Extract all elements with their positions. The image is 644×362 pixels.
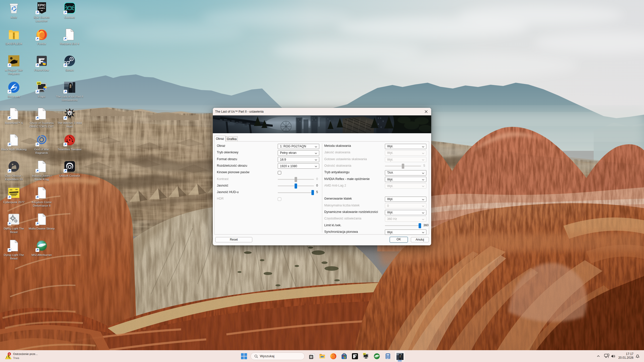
svg-text:EPIC: EPIC (38, 3, 46, 7)
svg-text:99: 99 (37, 82, 40, 85)
svg-text:1: 1 (9, 353, 10, 355)
svg-text:GAMES: GAMES (38, 7, 45, 9)
svg-text:99: 99 (363, 353, 365, 355)
